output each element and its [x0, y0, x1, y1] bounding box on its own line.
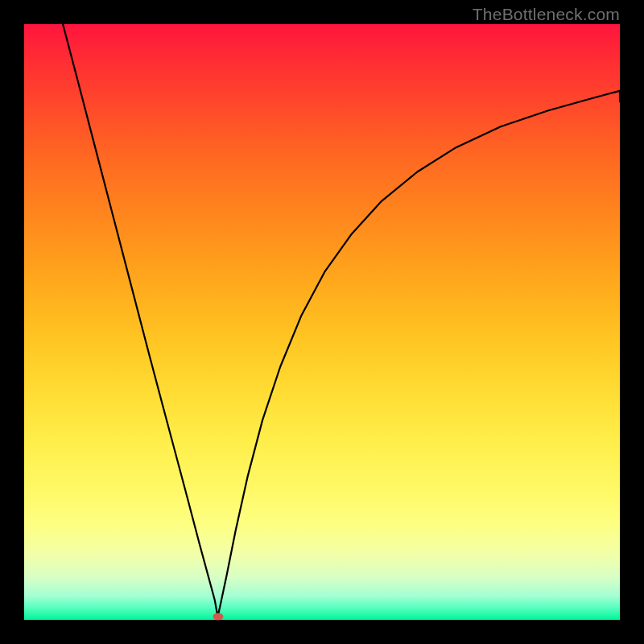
minimum-marker	[213, 613, 223, 621]
watermark-text: TheBottleneck.com	[473, 5, 620, 24]
bottleneck-curve	[24, 24, 620, 620]
plot-area	[24, 24, 620, 620]
chart-frame: TheBottleneck.com	[0, 0, 644, 644]
